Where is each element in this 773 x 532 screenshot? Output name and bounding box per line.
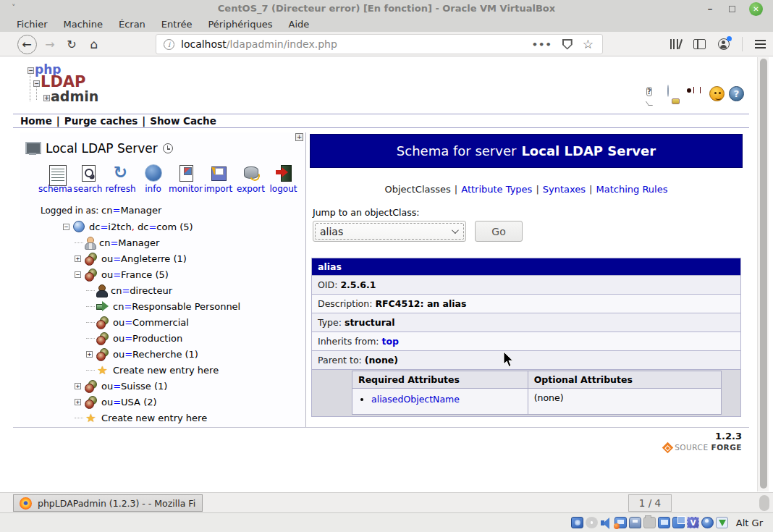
tree-item-dc-i2tch-dc-com-5[interactable]: −dc=i2tch, dc=com (5) bbox=[20, 219, 305, 235]
row-label: Parent to: bbox=[318, 355, 362, 366]
attribute-link-aliasedobjectname[interactable]: aliasedObjectName bbox=[371, 394, 460, 405]
hdd-status-icon[interactable] bbox=[571, 517, 583, 528]
tree-item-cn-responsable-personnel[interactable]: cn=Responsable Personnel bbox=[20, 298, 305, 314]
help-icon[interactable]: ? bbox=[729, 86, 744, 101]
help-bubble-icon[interactable]: ? bbox=[646, 87, 652, 96]
tree-item-label: ou=USA (2) bbox=[101, 397, 157, 408]
menu-hamburger-icon[interactable] bbox=[755, 40, 766, 48]
nav-link-purge-caches[interactable]: Purge caches bbox=[64, 115, 138, 127]
tree-item-ou-usa-2[interactable]: +ou=USA (2) bbox=[20, 394, 305, 410]
tree-toolbar-search[interactable]: search bbox=[72, 164, 104, 194]
sidebar-icon[interactable] bbox=[693, 39, 706, 49]
tree-connector bbox=[86, 306, 95, 307]
schema-link-syntaxes[interactable]: Syntaxes bbox=[543, 184, 586, 195]
workspace-switcher[interactable]: 1 / 4 bbox=[628, 494, 672, 512]
expand-icon[interactable]: + bbox=[75, 399, 81, 405]
tree-toolbar-logout[interactable]: logout bbox=[267, 164, 300, 194]
tree-expand-all-icon[interactable]: + bbox=[295, 133, 303, 141]
expand-icon[interactable]: + bbox=[75, 256, 81, 262]
tree-toolbar-label: import bbox=[204, 184, 233, 194]
nav-link-show-cache[interactable]: Show Cache bbox=[150, 115, 216, 127]
tree-item-ou-commercial[interactable]: ou=Commercial bbox=[20, 314, 305, 330]
people-icon bbox=[85, 396, 97, 408]
scrollbar-thumb[interactable] bbox=[760, 59, 767, 489]
tree-toolbar-monitor[interactable]: monitor bbox=[169, 164, 202, 194]
tree-item-create-new-entry-here[interactable]: ★Create new entry here bbox=[20, 410, 305, 426]
tree-item-ou-angleterre-1[interactable]: +ou=Angleterre (1) bbox=[20, 250, 305, 266]
expand-icon[interactable]: + bbox=[86, 351, 93, 358]
refresh-icon: ↻ bbox=[112, 164, 130, 182]
divider bbox=[13, 114, 749, 114]
recording-status-icon[interactable] bbox=[672, 517, 685, 528]
header-icons: ? ? bbox=[646, 85, 744, 102]
menubar-item-aide[interactable]: Aide bbox=[281, 17, 318, 32]
tree-item-cn-manager[interactable]: cn=Manager bbox=[20, 235, 305, 250]
sourceforge-logo[interactable]: SOURCEFORGE bbox=[664, 443, 742, 452]
tree-item-ou-recherche-1[interactable]: +ou=Recherche (1) bbox=[20, 346, 305, 362]
bookmark-star-icon[interactable]: ☆ bbox=[583, 37, 594, 51]
url-text[interactable]: localhost/ldapadmin/index.php bbox=[181, 38, 337, 50]
tree-toolbar-schema[interactable]: schema bbox=[39, 164, 72, 194]
row-value-link[interactable]: top bbox=[382, 336, 400, 347]
menubar-item-fichier[interactable]: Fichier bbox=[9, 17, 56, 32]
shared-status-icon[interactable] bbox=[643, 517, 656, 528]
donate-smiley-icon[interactable] bbox=[709, 86, 725, 101]
page-content: −php −LDAP +admin ? ? Home|Purge caches|… bbox=[0, 56, 773, 492]
tree-toolbar-refresh[interactable]: ↻refresh bbox=[104, 164, 137, 194]
minimize-button[interactable]: – bbox=[704, 2, 717, 15]
collapse-icon[interactable]: − bbox=[75, 271, 81, 278]
forward-button[interactable]: → bbox=[41, 32, 59, 56]
tree-toolbar-import[interactable]: import bbox=[202, 164, 235, 194]
tree-item-ou-suisse-1[interactable]: +ou=Suisse (1) bbox=[20, 378, 305, 394]
close-button[interactable]: ✕ bbox=[749, 2, 763, 16]
schema-link-matching-rules[interactable]: Matching Rules bbox=[596, 184, 667, 195]
tree-item-ou-france-5[interactable]: −ou=France (5) bbox=[20, 266, 305, 282]
menubar-item-ecran[interactable]: Écran bbox=[111, 17, 153, 32]
menubar-item-entree[interactable]: Entrée bbox=[153, 17, 200, 32]
features-status-icon[interactable]: V bbox=[687, 517, 699, 528]
library-icon[interactable] bbox=[670, 39, 682, 49]
taskbar-scroll-thumb[interactable] bbox=[759, 495, 769, 511]
tree-toolbar-info[interactable]: info bbox=[137, 164, 169, 194]
collapse-icon[interactable]: − bbox=[63, 224, 69, 230]
expand-icon[interactable]: + bbox=[75, 383, 81, 389]
phpldapadmin-logo: −php −LDAP +admin bbox=[20, 64, 129, 106]
optical-status-icon[interactable] bbox=[586, 517, 598, 528]
home-button[interactable]: ⌂ bbox=[84, 32, 104, 56]
tree-item-ou-production[interactable]: ou=Production bbox=[20, 330, 305, 346]
site-info-icon[interactable]: i bbox=[164, 39, 174, 50]
tree-item-cn-directeur[interactable]: cn=directeur bbox=[20, 282, 305, 298]
back-button[interactable]: ← bbox=[16, 32, 38, 56]
vbox-titlebar: ˅ CentOS_7 (Directeur error) [En fonctio… bbox=[0, 0, 773, 17]
keyboard-status-icon[interactable] bbox=[716, 517, 728, 528]
tree-connector bbox=[75, 242, 83, 243]
display-status-icon[interactable] bbox=[658, 517, 670, 528]
nav-link-home[interactable]: Home bbox=[20, 115, 52, 127]
page-scrollbar[interactable] bbox=[757, 57, 769, 491]
virtualbox-window: { "vbox": { "title": "CentOS_7 (Directeu… bbox=[0, 0, 773, 532]
tree-item-create-new-entry-here[interactable]: ★Create new entry here bbox=[20, 362, 305, 378]
tree-toolbar-export[interactable]: export bbox=[235, 164, 267, 194]
network-status-icon[interactable] bbox=[614, 517, 627, 528]
page-actions-icon[interactable]: ••• bbox=[532, 39, 552, 50]
usb-status-icon[interactable] bbox=[629, 517, 641, 528]
altgr-indicator: Alt Gr bbox=[736, 518, 763, 528]
url-bar[interactable]: i localhost/ldapadmin/index.php ••• ☆ bbox=[156, 34, 603, 54]
mouse-status-icon[interactable] bbox=[701, 517, 714, 528]
account-icon[interactable] bbox=[718, 38, 730, 50]
restore-button[interactable] bbox=[725, 2, 738, 15]
server-icon bbox=[25, 142, 41, 155]
reload-button[interactable]: ↻ bbox=[62, 32, 81, 56]
schema-link-objectclasses[interactable]: ObjectClasses bbox=[385, 184, 451, 195]
audio-status-icon[interactable] bbox=[600, 517, 612, 528]
go-button[interactable]: Go bbox=[475, 221, 523, 242]
hint-bulb-icon[interactable] bbox=[667, 85, 669, 97]
tree-connector bbox=[86, 370, 95, 371]
firefox-taskbar-button[interactable]: phpLDAPadmin (1.2.3) - - Mozilla Fir... bbox=[13, 494, 203, 512]
objectclass-select[interactable]: alias bbox=[313, 221, 466, 242]
schema-link-attribute-types[interactable]: Attribute Types bbox=[461, 184, 532, 195]
menubar-item-peripheriques[interactable]: Périphériques bbox=[200, 17, 280, 32]
server-line[interactable]: Local LDAP Server bbox=[25, 141, 173, 156]
pocket-icon[interactable] bbox=[562, 39, 573, 50]
menubar-item-machine[interactable]: Machine bbox=[56, 17, 111, 32]
